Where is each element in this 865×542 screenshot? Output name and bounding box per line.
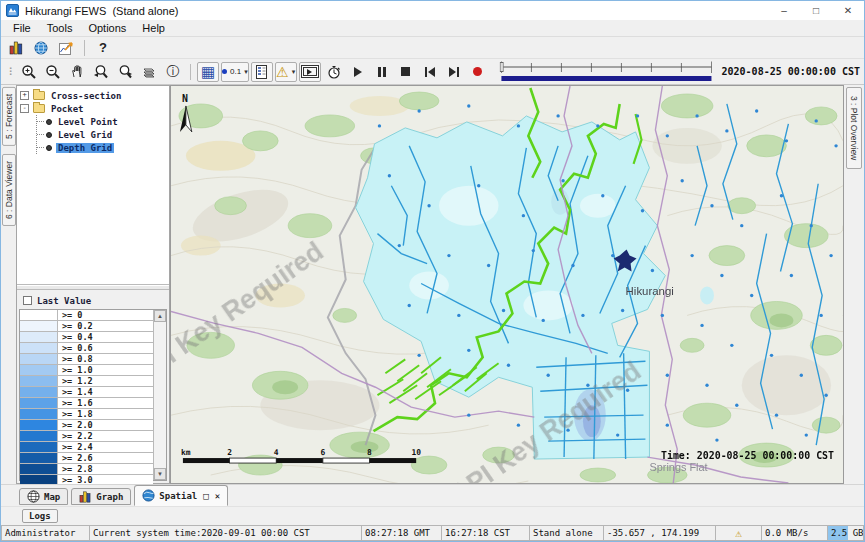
map-canvas[interactable]: API Key Required API Key Required Hikura… <box>171 86 843 483</box>
legend-row: >= 0.4 <box>20 332 153 343</box>
expand-icon[interactable]: + <box>20 91 29 100</box>
app-window: Hikurangi FEWS (Stand alone) – □ ✕ File … <box>0 0 865 542</box>
tree-item-pocket[interactable]: - Pocket <box>19 102 167 115</box>
title-bar: Hikurangi FEWS (Stand alone) – □ ✕ <box>1 1 864 20</box>
status-transfer-rate: 0.0 MB/s <box>761 525 827 541</box>
zoom-next-button[interactable] <box>114 62 136 82</box>
legend-swatch <box>20 365 58 375</box>
spatial-map[interactable]: API Key Required API Key Required Hikura… <box>170 85 844 484</box>
play-button[interactable] <box>347 62 369 82</box>
legend-swatch <box>20 464 58 474</box>
legend-row: >= 2.6 <box>20 453 153 464</box>
tree-item-label[interactable]: Cross-section <box>49 91 123 101</box>
layers-icon <box>141 65 157 79</box>
logs-row: Logs <box>1 506 864 525</box>
tab-spatial[interactable]: Spatial □ ✕ <box>134 485 228 506</box>
tree-item-depth-grid[interactable]: Depth Grid <box>37 141 167 154</box>
tree-item-level-point[interactable]: Level Point <box>37 115 167 128</box>
zoom-in-button[interactable] <box>18 62 40 82</box>
legend-swatch <box>20 409 58 419</box>
pan-hand-icon <box>70 64 85 79</box>
legend-toggle-button[interactable] <box>251 62 273 82</box>
database-display-button[interactable] <box>5 38 27 58</box>
last-value-checkbox[interactable] <box>23 296 32 305</box>
legend-row: >= 0.8 <box>20 354 153 365</box>
status-gmt-time: 08:27:18 GMT <box>361 525 441 541</box>
zoom-previous-button[interactable] <box>90 62 112 82</box>
minimize-button[interactable]: – <box>768 1 800 20</box>
toolbar-separator <box>190 64 191 80</box>
pocket-children: Level Point Level Grid Depth Grid <box>36 115 167 154</box>
pan-button[interactable] <box>66 62 88 82</box>
status-warning-icon[interactable]: ⚠ <box>715 525 761 541</box>
legend-label: >= 2.2 <box>58 431 153 441</box>
logs-button[interactable]: Logs <box>22 509 58 523</box>
collapse-icon[interactable]: - <box>20 104 29 113</box>
scroll-down-icon[interactable]: ▼ <box>154 468 166 480</box>
map-toolbar: ▪▪▪ <box>1 59 864 85</box>
tab-maximize-icon[interactable]: □ <box>203 491 208 501</box>
tab-forecast[interactable]: 5 : Forecast <box>2 87 16 146</box>
tab-data-viewer[interactable]: 6 : Data Viewer <box>2 154 16 226</box>
zoom-in-icon <box>21 64 37 80</box>
legend-row: >= 2.4 <box>20 442 153 453</box>
legend-label: >= 0.6 <box>58 343 153 353</box>
tab-graph[interactable]: Graph <box>71 488 131 505</box>
zoom-out-button[interactable] <box>42 62 64 82</box>
grid-display-button[interactable]: ▦ <box>197 62 219 82</box>
label-locality: Springs Flat <box>649 461 707 473</box>
tree-item-label[interactable]: Pocket <box>49 104 86 114</box>
stop-button[interactable] <box>395 62 417 82</box>
scroll-up-icon[interactable]: ▲ <box>154 310 166 322</box>
legend-panel: Last Value >= 0 >= 0.2 >= 0.4 >= 0.6 >= … <box>17 290 169 483</box>
menu-options[interactable]: Options <box>80 21 134 35</box>
close-button[interactable]: ✕ <box>832 1 864 20</box>
menu-bar: File Tools Options Help <box>1 20 864 37</box>
spatial-display-button[interactable] <box>30 38 52 58</box>
tree-item-cross-section[interactable]: + Cross-section <box>19 89 167 102</box>
info-button[interactable]: ⓘ <box>162 62 184 82</box>
layers-button[interactable] <box>138 62 160 82</box>
legend-label: >= 0.2 <box>58 321 153 331</box>
scroll-track[interactable] <box>154 322 166 468</box>
legend-row: >= 0.6 <box>20 343 153 354</box>
svg-text:N: N <box>182 93 188 104</box>
legend-label: >= 0 <box>58 310 153 320</box>
window-title: Hikurangi FEWS (Stand alone) <box>25 5 178 17</box>
tab-map[interactable]: Map <box>19 488 68 505</box>
animation-speed-button[interactable] <box>323 62 345 82</box>
thresholds-dropdown[interactable]: ⚠ ▾ <box>275 62 297 82</box>
legend-scrollbar[interactable]: ▲ ▼ <box>153 310 166 480</box>
legend-swatch <box>20 431 58 441</box>
tree-item-label[interactable]: Level Grid <box>56 130 114 140</box>
status-mode: Stand alone <box>529 525 603 541</box>
record-button[interactable] <box>467 62 489 82</box>
tab-plot-overview[interactable]: 3 : Plot Overview <box>846 87 862 169</box>
record-icon <box>473 67 482 76</box>
zoom-previous-icon <box>93 64 110 80</box>
menu-file[interactable]: File <box>5 21 39 35</box>
animation-button[interactable] <box>299 62 321 82</box>
first-frame-button[interactable] <box>419 62 441 82</box>
layer-tree: + Cross-section - Pocket Level Point <box>17 86 169 285</box>
chart-arrow-icon <box>59 41 74 55</box>
toolbar-dock-handle[interactable]: ▪▪▪ <box>5 61 16 83</box>
maximize-button[interactable]: □ <box>800 1 832 20</box>
help-button[interactable]: ? <box>92 38 114 58</box>
info-icon: ⓘ <box>167 63 180 81</box>
globe-wire-icon <box>27 490 40 503</box>
last-frame-button[interactable] <box>443 62 465 82</box>
menu-tools[interactable]: Tools <box>39 21 81 35</box>
menu-help[interactable]: Help <box>134 21 173 35</box>
tree-item-label[interactable]: Level Point <box>56 117 120 127</box>
node-bullet-icon <box>46 145 52 151</box>
time-slider[interactable] <box>499 59 714 85</box>
tab-close-icon[interactable]: ✕ <box>215 491 220 501</box>
pause-button[interactable] <box>371 62 393 82</box>
classify-scale-dropdown[interactable]: 0.1 ▾ <box>221 62 249 82</box>
legend-row: >= 0 <box>20 310 153 321</box>
tree-item-label-selected[interactable]: Depth Grid <box>56 143 114 153</box>
tree-item-level-grid[interactable]: Level Grid <box>37 128 167 141</box>
legend-swatch <box>20 398 58 408</box>
timeseries-display-button[interactable] <box>55 38 77 58</box>
